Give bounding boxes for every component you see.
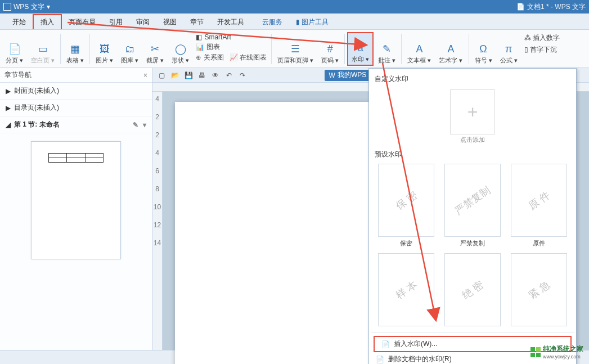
insert-number-button[interactable]: ⁂ 插入数字 xyxy=(524,33,560,43)
preset-watermark-3[interactable]: 样 本 xyxy=(376,253,437,326)
ribbon-页眉和页脚[interactable]: ☰页眉和页脚 ▾ xyxy=(274,32,317,66)
preset-watermark-5[interactable]: 紧 急 xyxy=(509,253,569,326)
chevron-down-icon[interactable]: ▾ xyxy=(47,3,50,11)
ribbon-icon: A xyxy=(412,42,426,56)
sidebar-title: 章节导航 xyxy=(5,70,32,80)
menu-tab-2[interactable]: 页面布局 xyxy=(62,15,102,29)
preset-watermark-1[interactable]: 严禁复制严禁复制 xyxy=(442,164,503,248)
ribbon-icon: 📄 xyxy=(7,42,22,56)
sidebar: 章节导航 × ▶封面页(未插入)▶目录页(未插入)◢第 1 节: 未命名✎▾ xyxy=(0,68,152,350)
chart-button[interactable]: 📊图表 xyxy=(196,42,267,52)
preset-watermark-4[interactable]: 绝 密 xyxy=(442,253,503,326)
ribbon-表格[interactable]: ▦表格 ▾ xyxy=(63,32,87,66)
ribbon-icon: ▦ xyxy=(68,42,83,56)
remove-icon: 📄 xyxy=(376,356,384,363)
marker-icon: ▶ xyxy=(6,87,11,95)
save-icon[interactable]: 💾 xyxy=(183,70,194,81)
redo-icon[interactable]: ↷ xyxy=(237,70,248,81)
ribbon-批注[interactable]: ✎批注 ▾ xyxy=(375,32,399,66)
ribbon-公式[interactable]: π公式 ▾ xyxy=(497,32,521,66)
ribbon-形状[interactable]: ◯形状 ▾ xyxy=(168,32,192,66)
plus-icon: + xyxy=(467,102,478,123)
ribbon-icon: π xyxy=(501,42,516,56)
menu-tab-4[interactable]: 审阅 xyxy=(129,15,156,29)
preset-watermark-2[interactable]: 原 件原件 xyxy=(509,164,569,248)
ribbon-icon: 🗂 xyxy=(123,42,137,56)
sidebar-item-0[interactable]: ▶封面页(未插入) xyxy=(0,83,152,100)
edit-icon[interactable]: ✎ xyxy=(133,121,138,129)
ribbon-icon: 🖼 xyxy=(97,42,112,56)
print-icon[interactable]: 🖶 xyxy=(196,70,208,81)
doc-icon: 📄 xyxy=(516,3,525,11)
close-icon[interactable]: × xyxy=(143,71,147,79)
ribbon-icon: A xyxy=(443,42,458,56)
thumbnail-table xyxy=(48,153,104,163)
ribbon-水印[interactable]: a水印 ▾ xyxy=(347,32,374,66)
menu-tab-6[interactable]: 章节 xyxy=(183,15,210,29)
ribbon-icon: # xyxy=(323,42,338,56)
ribbon-icon: ▭ xyxy=(35,42,50,56)
title-bar: WPS 文字 ▾ 📄 文档1 * - WPS 文字 xyxy=(0,0,589,14)
menu-tab-9[interactable]: ▮ 图片工具 xyxy=(289,15,335,29)
app-name: WPS 文字 xyxy=(14,2,44,12)
menu-tab-5[interactable]: 视图 xyxy=(156,15,183,29)
new-icon[interactable]: ▢ xyxy=(156,70,167,81)
site-logo-icon xyxy=(530,347,541,357)
ribbon-图库[interactable]: 🗂图库 ▾ xyxy=(118,32,142,66)
ribbon-图片[interactable]: 🖼图片 ▾ xyxy=(92,32,116,66)
ribbon-分页[interactable]: 📄分页 ▾ xyxy=(2,32,26,66)
ribbon-符号[interactable]: Ω符号 ▾ xyxy=(471,32,496,66)
drop-cap-button[interactable]: ▯ 首字下沉 xyxy=(524,45,560,55)
relation-chart-button[interactable]: ⊕ 关系图 xyxy=(196,53,223,62)
preset-watermark-header: 预设水印 xyxy=(369,147,576,161)
ribbon-截屏[interactable]: ✂截屏 ▾ xyxy=(143,32,167,66)
menu-tab-0[interactable]: 开始 xyxy=(6,15,33,29)
ribbon-页码[interactable]: #页码 ▾ xyxy=(318,32,342,66)
menu-bar: 开始插入页面布局引用审阅视图章节开发工具云服务▮ 图片工具 xyxy=(0,14,589,30)
online-chart-button[interactable]: 📈 在线图表 xyxy=(230,53,267,62)
sidebar-header: 章节导航 × xyxy=(0,68,152,83)
ribbon-文本框[interactable]: A文本框 ▾ xyxy=(404,32,434,66)
sidebar-item-2[interactable]: ◢第 1 节: 未命名✎▾ xyxy=(0,116,152,133)
smartart-button[interactable]: ◧SmartArt xyxy=(196,33,267,41)
page-thumbnail[interactable] xyxy=(31,141,121,259)
window-title: 文档1 * - WPS 文字 xyxy=(527,2,586,12)
ribbon-icon: Ω xyxy=(476,42,491,56)
site-watermark: 纯净系统之家 www.ycwjzy.com xyxy=(530,344,583,359)
menu-tab-1[interactable]: 插入 xyxy=(33,14,62,29)
custom-watermark-header: 自定义水印 xyxy=(369,72,576,86)
open-icon[interactable]: 📂 xyxy=(169,70,181,81)
ribbon-艺术字[interactable]: A艺术字 ▾ xyxy=(435,32,466,66)
preview-icon[interactable]: 👁 xyxy=(210,70,221,81)
sidebar-item-1[interactable]: ▶目录页(未插入) xyxy=(0,100,152,116)
preset-watermark-0[interactable]: 保 密保密 xyxy=(376,164,437,248)
menu-tab-8[interactable]: 云服务 xyxy=(255,15,289,29)
ribbon-空白页[interactable]: ▭空白页 ▾ xyxy=(28,32,58,66)
marker-icon: ▶ xyxy=(6,104,11,112)
vertical-ruler: 422468101214 xyxy=(152,92,163,350)
ribbon: 📄分页 ▾▭空白页 ▾▦表格 ▾🖼图片 ▾🗂图库 ▾✂截屏 ▾◯形状 ▾◧Sma… xyxy=(0,30,589,68)
menu-tab-3[interactable]: 引用 xyxy=(102,15,129,29)
menu-tab-7[interactable]: 开发工具 xyxy=(210,15,251,29)
add-watermark-box[interactable]: + xyxy=(450,89,495,134)
watermark-dropdown: 自定义水印 + 点击添加 预设水印 保 密保密严禁复制严禁复制原 件原件样 本绝… xyxy=(368,68,577,364)
add-watermark-label: 点击添加 xyxy=(369,136,576,144)
marker-icon: ◢ xyxy=(6,121,11,129)
more-icon[interactable]: ▾ xyxy=(143,121,146,129)
ribbon-icon: ☰ xyxy=(288,42,303,56)
ribbon-icon: ✂ xyxy=(148,42,163,56)
ribbon-icon: a xyxy=(353,41,368,55)
undo-icon[interactable]: ↶ xyxy=(223,70,235,81)
watermark-icon: 📄 xyxy=(381,340,389,348)
ribbon-icon: ◯ xyxy=(173,42,188,56)
ribbon-icon: ✎ xyxy=(380,42,394,56)
app-logo-icon xyxy=(3,3,11,11)
